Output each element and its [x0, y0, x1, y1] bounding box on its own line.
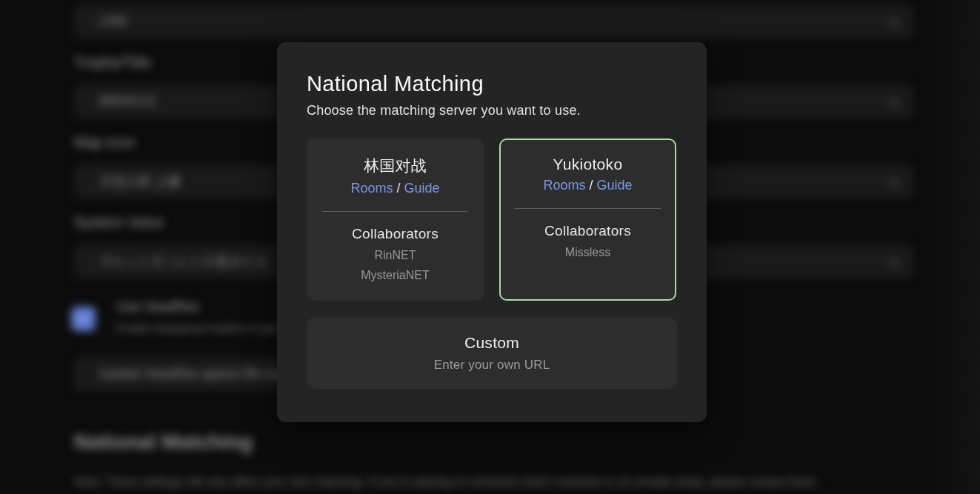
collaborator-name: MysteriaNET — [308, 265, 482, 285]
use-headres-checkbox[interactable]: ✓ — [71, 307, 96, 331]
select-field-top[interactable]: LINK — [74, 4, 913, 39]
trophy-title-label: Trophy/Title — [74, 54, 151, 71]
chevron-down-icon — [889, 16, 899, 25]
select-field-value: 天空の塔 上層 — [99, 173, 180, 190]
custom-card-subtitle: Enter your own URL — [434, 358, 550, 373]
select-field-value: でらっくす☆レトロ系ボイス — [99, 253, 268, 270]
use-headres-label: Use HeadRes — [116, 299, 290, 315]
checkmark-icon: ✓ — [78, 310, 90, 327]
server-card-linguo[interactable]: 林国对战 Rooms/Guide Collaborators RinNET My… — [307, 138, 484, 301]
collaborators-label: Collaborators — [308, 226, 482, 242]
rooms-link[interactable]: Rooms — [543, 178, 585, 193]
select-field-value: LINK — [99, 14, 128, 29]
collaborators-list: Missless — [501, 242, 675, 262]
modal-title: National Matching — [307, 72, 677, 96]
use-headres-row: ✓ Use HeadRes Enable displaying headres … — [71, 299, 290, 334]
use-headres-description: Enable displaying headres in-game — [116, 321, 290, 334]
guide-link[interactable]: Guide — [596, 178, 632, 193]
collaborators-label: Collaborators — [501, 223, 675, 239]
chevron-down-icon — [889, 96, 899, 105]
national-matching-modal: National Matching Choose the matching se… — [277, 42, 707, 422]
server-links: Rooms/Guide — [501, 178, 675, 193]
national-matching-note: Note: These settings will only affect yo… — [74, 475, 911, 489]
modal-subtitle: Choose the matching server you want to u… — [307, 103, 677, 119]
card-divider — [515, 208, 661, 209]
collaborators-list: RinNET MysteriaNET — [308, 245, 482, 285]
national-matching-section-heading: National Matching — [74, 430, 253, 454]
guide-link[interactable]: Guide — [404, 181, 439, 196]
map-icon-label: Map Icon — [74, 134, 135, 151]
chevron-down-icon — [889, 256, 899, 265]
server-cards-row: 林国对战 Rooms/Guide Collaborators RinNET My… — [307, 138, 677, 301]
select-field-value: MIRACLE — [99, 94, 157, 109]
custom-server-card[interactable]: Custom Enter your own URL — [307, 318, 677, 389]
collaborator-name: RinNET — [308, 245, 482, 265]
system-voice-label: System Voice — [74, 214, 164, 231]
server-name: Yukiotoko — [501, 156, 675, 173]
server-card-yukiotoko[interactable]: Yukiotoko Rooms/Guide Collaborators Miss… — [499, 138, 676, 301]
collaborator-name: Missless — [501, 242, 675, 262]
use-headres-text: Use HeadRes Enable displaying headres in… — [116, 299, 290, 334]
server-links: Rooms/Guide — [308, 181, 482, 196]
rooms-link[interactable]: Rooms — [350, 181, 393, 196]
custom-card-title: Custom — [464, 334, 519, 352]
link-separator: / — [396, 181, 400, 196]
chevron-down-icon — [889, 176, 899, 185]
server-name: 林国对战 — [308, 156, 482, 176]
link-separator: / — [589, 178, 593, 193]
card-divider — [322, 211, 468, 212]
app-viewport: LINK Trophy/Title MIRACLE Map Icon 天空の塔 … — [0, 0, 980, 494]
